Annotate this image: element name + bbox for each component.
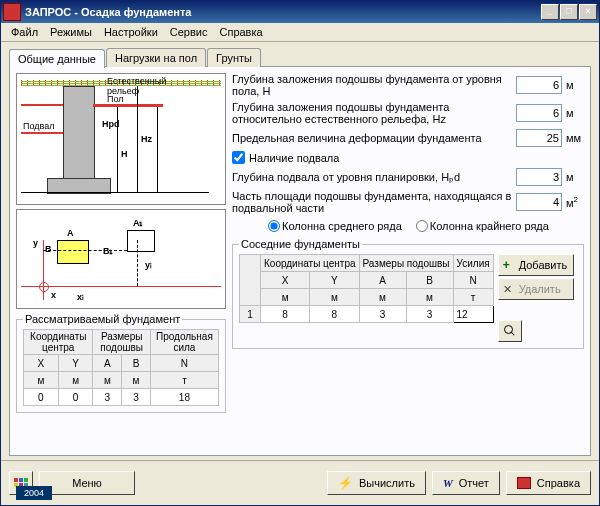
bolt-icon: ⚡ — [338, 476, 353, 490]
considered-unit-A: м — [93, 372, 122, 389]
considered-cell-Y[interactable]: 0 — [58, 389, 93, 406]
considered-table: Координаты центра Размеры подошвы Продол… — [23, 329, 219, 406]
considered-foundation-group: Рассматриваемый фундамент Координаты цен… — [16, 313, 226, 413]
footer-toolbar: Меню ⚡Вычислить WОтчет Справка — [1, 460, 599, 505]
client-area: Общие данные Нагрузки на пол Грунты Есте… — [1, 42, 599, 460]
checkbox-has-basement[interactable] — [232, 151, 245, 164]
neighbors-unit-B: м — [406, 289, 453, 306]
minimize-button[interactable]: _ — [541, 4, 559, 20]
window-controls: _ □ × — [541, 4, 597, 20]
considered-cell-N[interactable]: 18 — [150, 389, 218, 406]
neighbors-cell-Y[interactable]: 8 — [310, 306, 359, 323]
considered-cell-B[interactable]: 3 — [122, 389, 151, 406]
diagram-section: Естественный рельеф Пол Подвал Hpd Hz H — [16, 73, 226, 205]
diagram-label-hz: Hz — [141, 134, 152, 144]
diagram-label-B: B — [45, 244, 52, 254]
radio-mid-label: Колонна среднего ряда — [282, 220, 402, 232]
unit-depth-floor: м — [566, 79, 584, 91]
radio-edge-column[interactable]: Колонна крайнего ряда — [416, 220, 549, 232]
neighbors-col-A: A — [359, 272, 406, 289]
window-title: ЗАПРОС - Осадка фундамента — [25, 6, 541, 18]
row-basement-area: Часть площади подошвы фундамента, находя… — [232, 190, 584, 214]
label-basement-depth: Глубина подвала от уровня планировки, Hₚ… — [232, 171, 512, 183]
menu-help[interactable]: Справка — [213, 24, 268, 40]
neighbors-group: Соседние фундаменты Координаты центра Ра… — [232, 238, 584, 349]
footer-report-label: Отчет — [459, 477, 489, 489]
x-icon: ✕ — [503, 283, 515, 295]
considered-col-N: N — [150, 355, 218, 372]
footer-help-button[interactable]: Справка — [506, 471, 591, 495]
column-position-radios: Колонна среднего ряда Колонна крайнего р… — [268, 220, 584, 232]
menu-settings[interactable]: Настройки — [98, 24, 164, 40]
app-icon — [3, 3, 21, 21]
row-depth-relief: Глубина заложения подошвы фундамента отн… — [232, 101, 584, 125]
neighbors-buttons: +Добавить ✕Удалить — [498, 254, 574, 342]
diagram-label-xi: xᵢ — [77, 292, 84, 302]
footer-report-button[interactable]: WОтчет — [432, 471, 500, 495]
diagram-plan: A B A₁ B₁ x xᵢ y yᵢ — [16, 209, 226, 309]
considered-cell-A[interactable]: 3 — [93, 389, 122, 406]
maximize-button[interactable]: □ — [560, 4, 578, 20]
neighbors-unit-N: т — [453, 289, 493, 306]
unit-basement-area: м2 — [566, 195, 584, 209]
considered-col-A: A — [93, 355, 122, 372]
tab-panel-general: Естественный рельеф Пол Подвал Hpd Hz H — [9, 66, 591, 456]
neighbors-cell-A[interactable]: 3 — [359, 306, 406, 323]
menubar: Файл Режимы Настройки Сервис Справка — [1, 23, 599, 42]
footer-calc-button[interactable]: ⚡Вычислить — [327, 471, 426, 495]
add-neighbor-button[interactable]: +Добавить — [498, 254, 574, 276]
delete-neighbor-button[interactable]: ✕Удалить — [498, 278, 574, 300]
considered-col-group-center: Координаты центра — [24, 330, 93, 355]
radio-edge-input[interactable] — [416, 220, 428, 232]
neighbors-legend: Соседние фундаменты — [239, 238, 362, 250]
neighbors-unit-A: м — [359, 289, 406, 306]
footer-menu-button[interactable]: Меню — [39, 471, 135, 495]
input-basement-area[interactable] — [516, 193, 562, 211]
input-basement-depth[interactable] — [516, 168, 562, 186]
unit-def-limit: мм — [566, 132, 584, 144]
considered-unit-X: м — [24, 372, 59, 389]
neighbors-row[interactable]: 1 8 8 3 3 12 — [240, 306, 494, 323]
view-neighbor-button[interactable] — [498, 320, 522, 342]
considered-unit-N: т — [150, 372, 218, 389]
neighbors-unit-X: м — [261, 289, 310, 306]
radio-mid-input[interactable] — [268, 220, 280, 232]
unit-depth-relief: м — [566, 107, 584, 119]
neighbors-col-B: B — [406, 272, 453, 289]
footer-menu-label: Меню — [72, 477, 102, 489]
diagram-label-A: A — [67, 228, 74, 238]
considered-row[interactable]: 0 0 3 3 18 — [24, 389, 219, 406]
neighbors-cell-B[interactable]: 3 — [406, 306, 453, 323]
delete-neighbor-label: Удалить — [519, 283, 561, 295]
menu-service[interactable]: Сервис — [164, 24, 214, 40]
left-column: Естественный рельеф Пол Подвал Hpd Hz H — [16, 73, 226, 449]
close-button[interactable]: × — [579, 4, 597, 20]
diagram-label-pol: Пол — [107, 94, 124, 104]
diagram-label-hpd: Hpd — [102, 119, 120, 129]
year-badge: 2004 — [16, 486, 52, 500]
radio-mid-column[interactable]: Колонна среднего ряда — [268, 220, 402, 232]
input-depth-floor[interactable] — [516, 76, 562, 94]
right-column: Глубина заложения подошвы фундамента от … — [232, 73, 584, 449]
neighbors-col-group-force: Усилия — [453, 255, 493, 272]
input-depth-relief[interactable] — [516, 104, 562, 122]
book-icon — [517, 477, 531, 489]
neighbors-col-Y: Y — [310, 272, 359, 289]
label-depth-relief: Глубина заложения подошвы фундамента отн… — [232, 101, 512, 125]
row-basement-depth: Глубина подвала от уровня планировки, Hₚ… — [232, 168, 584, 186]
considered-col-X: X — [24, 355, 59, 372]
tab-general[interactable]: Общие данные — [9, 49, 105, 68]
label-has-basement: Наличие подвала — [249, 152, 339, 164]
considered-unit-Y: м — [58, 372, 93, 389]
input-def-limit[interactable] — [516, 129, 562, 147]
considered-col-Y: Y — [58, 355, 93, 372]
menu-modes[interactable]: Режимы — [44, 24, 98, 40]
considered-cell-X[interactable]: 0 — [24, 389, 59, 406]
neighbors-cell-N[interactable]: 12 — [453, 306, 493, 323]
row-has-basement: Наличие подвала — [232, 151, 584, 164]
considered-legend: Рассматриваемый фундамент — [23, 313, 182, 325]
tab-soils[interactable]: Грунты — [207, 48, 261, 67]
neighbors-cell-X[interactable]: 8 — [261, 306, 310, 323]
tab-loads[interactable]: Нагрузки на пол — [106, 48, 206, 67]
menu-file[interactable]: Файл — [5, 24, 44, 40]
